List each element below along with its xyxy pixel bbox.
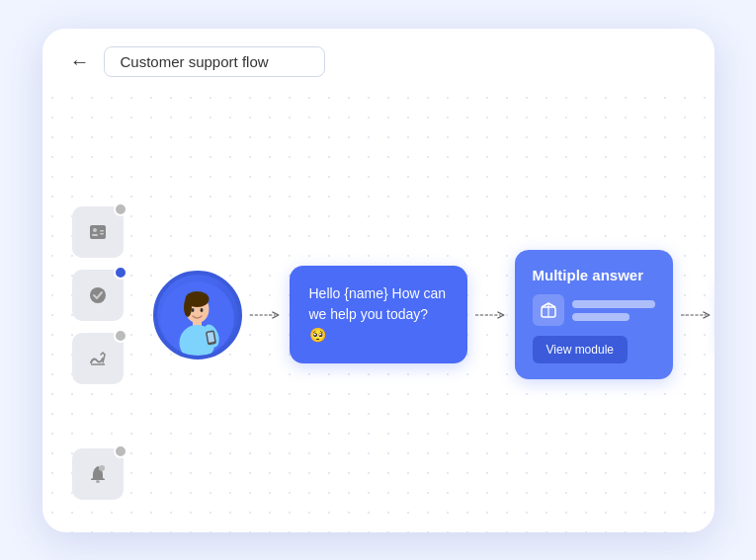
svg-point-1 <box>93 228 97 232</box>
check-icon <box>87 284 109 306</box>
top-bar: ← <box>42 29 714 91</box>
svg-point-14 <box>201 308 204 312</box>
sidebar-bell-button[interactable] <box>72 448 124 500</box>
node-lines <box>572 300 655 321</box>
svg-point-10 <box>184 297 192 317</box>
cube-icon <box>539 300 558 320</box>
signature-icon <box>86 347 110 370</box>
avatar-node <box>153 271 242 360</box>
bell-icon <box>87 463 109 485</box>
person-icon <box>86 220 110 244</box>
node-line-1 <box>572 300 655 308</box>
avatar-person-svg <box>160 281 234 356</box>
arrow-1 <box>250 309 282 321</box>
multiple-answer-node: Multiple answer <box>515 250 673 380</box>
svg-rect-0 <box>90 225 106 239</box>
svg-point-5 <box>90 287 106 303</box>
chat-node: Hello {name} How can we help you today? … <box>290 266 467 363</box>
node-line-2 <box>572 313 630 321</box>
person-badge <box>114 202 127 216</box>
multiple-answer-title: Multiple answer <box>533 266 655 285</box>
arrow-3 <box>681 309 713 321</box>
svg-rect-2 <box>92 234 98 236</box>
sidebar-person-button[interactable] <box>72 206 124 258</box>
flow-title-input[interactable] <box>104 46 325 77</box>
canvas: Hello {name} How can we help you today? … <box>42 91 714 532</box>
svg-rect-3 <box>100 230 104 232</box>
svg-rect-4 <box>100 233 104 235</box>
node-content-row <box>533 294 655 326</box>
arrow-2 <box>475 309 507 321</box>
sidebar-icons <box>72 206 124 384</box>
check-badge <box>114 266 127 280</box>
node-icon-box <box>533 294 564 326</box>
svg-point-13 <box>192 308 195 312</box>
view-module-button[interactable]: View module <box>533 336 628 363</box>
signature-badge <box>114 329 127 343</box>
sidebar-check-button[interactable] <box>72 270 124 321</box>
avatar-placeholder <box>157 275 238 356</box>
sidebar-signature-button[interactable] <box>72 333 124 384</box>
back-button[interactable]: ← <box>70 50 90 73</box>
bottom-sidebar-icons <box>72 448 124 500</box>
flow-diagram: Hello {name} How can we help you today? … <box>153 250 714 380</box>
main-card: ← <box>42 29 714 532</box>
bell-badge <box>114 444 127 458</box>
svg-point-24 <box>99 465 105 471</box>
svg-point-23 <box>96 480 100 483</box>
